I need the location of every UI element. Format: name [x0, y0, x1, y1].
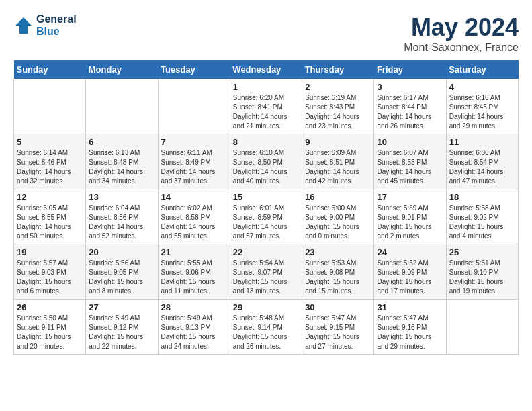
logo: General Blue: [13, 13, 77, 38]
day-number: 22: [233, 247, 299, 257]
day-number: 12: [17, 192, 83, 202]
calendar-cell: [158, 79, 230, 134]
calendar-cell: 11Sunrise: 6:06 AM Sunset: 8:54 PM Dayli…: [446, 134, 518, 189]
calendar-cell: 15Sunrise: 6:01 AM Sunset: 8:59 PM Dayli…: [230, 189, 302, 244]
day-info: Sunrise: 6:16 AM Sunset: 8:45 PM Dayligh…: [449, 93, 515, 131]
calendar-cell: 25Sunrise: 5:51 AM Sunset: 9:10 PM Dayli…: [446, 244, 518, 300]
day-info: Sunrise: 6:05 AM Sunset: 8:55 PM Dayligh…: [17, 203, 83, 241]
day-info: Sunrise: 5:47 AM Sunset: 9:16 PM Dayligh…: [377, 314, 443, 351]
day-info: Sunrise: 5:56 AM Sunset: 9:05 PM Dayligh…: [89, 259, 154, 296]
calendar-cell: 27Sunrise: 5:49 AM Sunset: 9:12 PM Dayli…: [86, 300, 158, 355]
calendar-cell: [14, 79, 86, 134]
weekday-header-thursday: Thursday: [302, 60, 374, 79]
location: Mont-Saxonnex, France: [404, 42, 519, 54]
day-info: Sunrise: 5:54 AM Sunset: 9:07 PM Dayligh…: [233, 259, 299, 296]
day-info: Sunrise: 6:14 AM Sunset: 8:46 PM Dayligh…: [17, 148, 83, 186]
week-row-1: 1Sunrise: 6:20 AM Sunset: 8:41 PM Daylig…: [14, 79, 519, 134]
logo-icon: [13, 15, 34, 36]
calendar-cell: 18Sunrise: 5:58 AM Sunset: 9:02 PM Dayli…: [446, 189, 518, 244]
calendar-cell: 10Sunrise: 6:07 AM Sunset: 8:53 PM Dayli…: [374, 134, 446, 189]
day-number: 21: [161, 247, 227, 257]
day-info: Sunrise: 6:19 AM Sunset: 8:43 PM Dayligh…: [305, 93, 371, 131]
calendar-table: SundayMondayTuesdayWednesdayThursdayFrid…: [13, 60, 519, 355]
day-number: 20: [89, 247, 154, 257]
day-info: Sunrise: 6:13 AM Sunset: 8:48 PM Dayligh…: [89, 148, 154, 186]
day-info: Sunrise: 5:55 AM Sunset: 9:06 PM Dayligh…: [161, 259, 227, 296]
weekday-header-monday: Monday: [86, 60, 158, 79]
day-info: Sunrise: 6:01 AM Sunset: 8:59 PM Dayligh…: [233, 203, 299, 241]
logo-text: General Blue: [36, 13, 77, 38]
day-number: 24: [377, 247, 443, 257]
day-info: Sunrise: 5:58 AM Sunset: 9:02 PM Dayligh…: [449, 203, 515, 241]
svg-marker-0: [15, 17, 32, 34]
day-number: 30: [305, 302, 371, 312]
calendar-body: 1Sunrise: 6:20 AM Sunset: 8:41 PM Daylig…: [14, 79, 519, 355]
day-info: Sunrise: 5:59 AM Sunset: 9:01 PM Dayligh…: [377, 203, 443, 241]
calendar-cell: 16Sunrise: 6:00 AM Sunset: 9:00 PM Dayli…: [302, 189, 374, 244]
day-info: Sunrise: 6:20 AM Sunset: 8:41 PM Dayligh…: [233, 93, 299, 131]
calendar-cell: 23Sunrise: 5:53 AM Sunset: 9:08 PM Dayli…: [302, 244, 374, 300]
day-info: Sunrise: 6:06 AM Sunset: 8:54 PM Dayligh…: [449, 148, 515, 186]
calendar-cell: 9Sunrise: 6:09 AM Sunset: 8:51 PM Daylig…: [302, 134, 374, 189]
calendar-cell: [446, 300, 518, 355]
weekday-header-friday: Friday: [374, 60, 446, 79]
calendar-cell: 29Sunrise: 5:48 AM Sunset: 9:14 PM Dayli…: [230, 300, 302, 355]
day-number: 5: [17, 137, 83, 147]
calendar-cell: 17Sunrise: 5:59 AM Sunset: 9:01 PM Dayli…: [374, 189, 446, 244]
week-row-5: 26Sunrise: 5:50 AM Sunset: 9:11 PM Dayli…: [14, 300, 519, 355]
day-info: Sunrise: 5:51 AM Sunset: 9:10 PM Dayligh…: [449, 259, 515, 296]
calendar-cell: 3Sunrise: 6:17 AM Sunset: 8:44 PM Daylig…: [374, 79, 446, 134]
day-number: 1: [233, 82, 299, 92]
day-number: 2: [305, 82, 371, 92]
weekday-header-row: SundayMondayTuesdayWednesdayThursdayFrid…: [14, 60, 519, 79]
day-info: Sunrise: 5:49 AM Sunset: 9:12 PM Dayligh…: [89, 314, 154, 351]
day-number: 25: [449, 247, 515, 257]
day-info: Sunrise: 6:09 AM Sunset: 8:51 PM Dayligh…: [305, 148, 371, 186]
weekday-header-wednesday: Wednesday: [230, 60, 302, 79]
day-info: Sunrise: 5:52 AM Sunset: 9:09 PM Dayligh…: [377, 259, 443, 296]
calendar-cell: 19Sunrise: 5:57 AM Sunset: 9:03 PM Dayli…: [14, 244, 86, 300]
week-row-4: 19Sunrise: 5:57 AM Sunset: 9:03 PM Dayli…: [14, 244, 519, 300]
calendar-cell: 31Sunrise: 5:47 AM Sunset: 9:16 PM Dayli…: [374, 300, 446, 355]
calendar-cell: 12Sunrise: 6:05 AM Sunset: 8:55 PM Dayli…: [14, 189, 86, 244]
day-number: 16: [305, 192, 371, 202]
day-number: 31: [377, 302, 443, 312]
day-info: Sunrise: 6:10 AM Sunset: 8:50 PM Dayligh…: [233, 148, 299, 186]
calendar-cell: 24Sunrise: 5:52 AM Sunset: 9:09 PM Dayli…: [374, 244, 446, 300]
day-info: Sunrise: 5:49 AM Sunset: 9:13 PM Dayligh…: [161, 314, 227, 351]
calendar-cell: 21Sunrise: 5:55 AM Sunset: 9:06 PM Dayli…: [158, 244, 230, 300]
month-title: May 2024: [404, 13, 519, 42]
day-info: Sunrise: 5:48 AM Sunset: 9:14 PM Dayligh…: [233, 314, 299, 351]
calendar-cell: 7Sunrise: 6:11 AM Sunset: 8:49 PM Daylig…: [158, 134, 230, 189]
title-block: May 2024 Mont-Saxonnex, France: [404, 13, 519, 54]
calendar-cell: 1Sunrise: 6:20 AM Sunset: 8:41 PM Daylig…: [230, 79, 302, 134]
weekday-header-saturday: Saturday: [446, 60, 518, 79]
day-info: Sunrise: 5:57 AM Sunset: 9:03 PM Dayligh…: [17, 259, 83, 296]
week-row-3: 12Sunrise: 6:05 AM Sunset: 8:55 PM Dayli…: [14, 189, 519, 244]
day-number: 10: [377, 137, 443, 147]
day-number: 9: [305, 137, 371, 147]
calendar-cell: [86, 79, 158, 134]
day-number: 13: [89, 192, 154, 202]
day-number: 28: [161, 302, 227, 312]
day-number: 27: [89, 302, 154, 312]
day-info: Sunrise: 6:00 AM Sunset: 9:00 PM Dayligh…: [305, 203, 371, 241]
day-number: 29: [233, 302, 299, 312]
day-number: 11: [449, 137, 515, 147]
day-number: 17: [377, 192, 443, 202]
calendar-cell: 4Sunrise: 6:16 AM Sunset: 8:45 PM Daylig…: [446, 79, 518, 134]
day-number: 18: [449, 192, 515, 202]
day-info: Sunrise: 6:17 AM Sunset: 8:44 PM Dayligh…: [377, 93, 443, 131]
weekday-header-tuesday: Tuesday: [158, 60, 230, 79]
calendar-cell: 20Sunrise: 5:56 AM Sunset: 9:05 PM Dayli…: [86, 244, 158, 300]
day-number: 6: [89, 137, 154, 147]
calendar-cell: 28Sunrise: 5:49 AM Sunset: 9:13 PM Dayli…: [158, 300, 230, 355]
day-info: Sunrise: 5:50 AM Sunset: 9:11 PM Dayligh…: [17, 314, 83, 351]
day-number: 23: [305, 247, 371, 257]
calendar-cell: 8Sunrise: 6:10 AM Sunset: 8:50 PM Daylig…: [230, 134, 302, 189]
day-info: Sunrise: 6:02 AM Sunset: 8:58 PM Dayligh…: [161, 203, 227, 241]
day-number: 3: [377, 82, 443, 92]
weekday-header-sunday: Sunday: [14, 60, 86, 79]
day-number: 26: [17, 302, 83, 312]
week-row-2: 5Sunrise: 6:14 AM Sunset: 8:46 PM Daylig…: [14, 134, 519, 189]
